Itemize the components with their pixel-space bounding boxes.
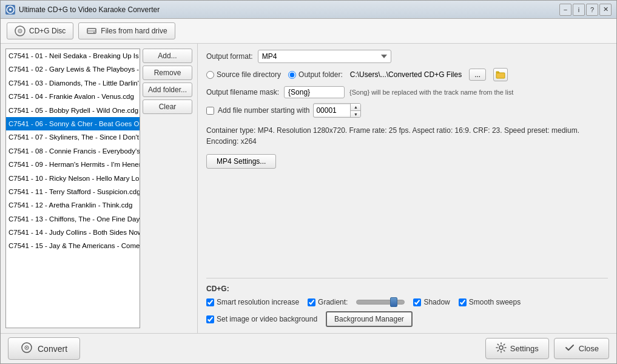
settings-button[interactable]: Settings <box>485 338 549 359</box>
source-dir-radio-group: Source file directory <box>206 70 281 79</box>
help-button[interactable]: ? <box>586 4 598 16</box>
close-window-button[interactable]: ✕ <box>599 4 612 16</box>
cdg-row-2: Set image or video background Background… <box>206 311 608 327</box>
files-hard-drive-label: Files from hard drive <box>101 27 167 35</box>
spin-up-button[interactable]: ▲ <box>351 104 360 110</box>
filename-mask-input[interactable] <box>284 86 345 98</box>
set-bg-label[interactable]: Set image or video background <box>206 315 317 323</box>
background-manager-button[interactable]: Background Manager <box>326 311 413 327</box>
file-list: C7541 - 01 - Neil Sedaka - Breaking Up I… <box>6 49 140 253</box>
bottom-bar: Convert Settings Close <box>1 333 616 363</box>
checkmark-icon <box>564 342 575 355</box>
cdg-section-label: CD+G: <box>206 285 608 293</box>
gradient-label[interactable]: Gradient: <box>308 298 348 306</box>
list-item[interactable]: C7541 - 10 - Ricky Nelson - Hello Mary L… <box>6 172 140 185</box>
gradient-slider[interactable] <box>356 300 405 305</box>
smooth-sweeps-label[interactable]: Smooth sweeps <box>459 298 521 306</box>
clear-button[interactable]: Clear <box>143 99 192 114</box>
svg-point-11 <box>26 347 27 348</box>
remove-button[interactable]: Remove <box>143 66 192 80</box>
list-item[interactable]: C7541 - 08 - Connie Francis - Everybody'… <box>6 144 140 158</box>
container-info: Container type: MP4. Resolution 1280x720… <box>206 125 608 147</box>
open-folder-button[interactable] <box>493 68 508 81</box>
files-hard-drive-button[interactable]: Files from hard drive <box>78 22 175 39</box>
spin-down-button[interactable]: ▼ <box>351 110 360 117</box>
svg-point-4 <box>19 30 21 32</box>
svg-point-12 <box>499 346 503 349</box>
list-item[interactable]: C7541 - 01 - Neil Sedaka - Breaking Up I… <box>6 49 140 62</box>
main-content: C7541 - 01 - Neil Sedaka - Breaking Up I… <box>1 44 616 333</box>
list-item[interactable]: C7541 - 05 - Bobby Rydell - Wild One.cdg <box>6 104 140 117</box>
cdg-options: Smart resolution increase Gradient: <box>206 298 608 327</box>
list-area: C7541 - 01 - Neil Sedaka - Breaking Up I… <box>5 49 192 328</box>
app-icon <box>5 5 15 15</box>
list-item[interactable]: C7541 - 09 - Herman's Hermits - I'm Hene… <box>6 158 140 171</box>
file-number-input[interactable] <box>314 105 350 116</box>
left-panel: C7541 - 01 - Neil Sedaka - Breaking Up I… <box>1 44 198 333</box>
convert-icon <box>21 342 33 356</box>
list-item[interactable]: C7541 - 14 - Judy Collins - Both Sides N… <box>6 226 140 239</box>
list-item[interactable]: C7541 - 04 - Frankie Avalon - Venus.cdg <box>6 90 140 103</box>
list-item[interactable]: C7541 - 06 - Sonny & Cher - Beat Goes On… <box>6 117 140 130</box>
filename-mask-row: Output filename mask: {Song} will be rep… <box>206 86 608 98</box>
add-file-number-checkbox[interactable] <box>206 107 214 115</box>
output-folder-radio-group: Output folder: <box>288 70 343 79</box>
list-item[interactable]: C7541 - 03 - Diamonds, The - Little Darl… <box>6 76 140 90</box>
add-folder-button[interactable]: Add folder... <box>143 83 192 97</box>
gradient-checkbox[interactable] <box>308 298 315 306</box>
add-button[interactable]: Add... <box>143 49 192 63</box>
browse-button[interactable]: ... <box>469 69 486 81</box>
settings-icon <box>496 342 507 355</box>
cdg-row-1: Smart resolution increase Gradient: <box>206 298 608 306</box>
source-dir-radio[interactable] <box>206 71 214 79</box>
main-window: Ultimate CD+G to Video Karaoke Converter… <box>0 0 617 364</box>
cdg-section: CD+G: Smart resolution increase Gradient… <box>206 278 608 327</box>
list-item[interactable]: C7541 - 02 - Gary Lewis & The Playboys -… <box>6 62 140 76</box>
svg-point-1 <box>9 8 12 11</box>
smooth-sweeps-checkbox[interactable] <box>459 298 467 306</box>
shadow-checkbox[interactable] <box>413 298 421 306</box>
bottom-right-buttons: Settings Close <box>485 338 609 359</box>
window-title: Ultimate CD+G to Video Karaoke Converter <box>19 5 559 14</box>
title-bar: Ultimate CD+G to Video Karaoke Converter… <box>1 1 616 19</box>
file-list-container[interactable]: C7541 - 01 - Neil Sedaka - Breaking Up I… <box>5 49 140 328</box>
folder-path-display: C:\Users\...\Converted CD+G Files <box>350 70 462 79</box>
window-controls: − i ? ✕ <box>559 4 612 16</box>
smart-resolution-checkbox[interactable] <box>206 298 214 306</box>
filename-mask-label: Output filename mask: <box>206 88 279 96</box>
toolbar: CD+G Disc Files from hard drive <box>1 19 616 44</box>
list-item[interactable]: C7541 - 15 - Jay & The Americans - Come … <box>6 239 140 252</box>
file-number-spinner: ▲ ▼ <box>313 103 361 118</box>
smart-resolution-label[interactable]: Smart resolution increase <box>206 298 299 306</box>
slider-thumb[interactable] <box>390 297 397 307</box>
minimize-button[interactable]: − <box>559 4 571 16</box>
output-folder-label[interactable]: Output folder: <box>298 70 343 79</box>
convert-button[interactable]: Convert <box>8 337 80 360</box>
list-item[interactable]: C7541 - 11 - Terry Stafford - Suspicion.… <box>6 185 140 198</box>
mp4-settings-button[interactable]: MP4 Settings... <box>206 154 276 169</box>
close-button[interactable]: Close <box>554 338 609 359</box>
list-item[interactable]: C7541 - 12 - Aretha Franklin - Think.cdg <box>6 198 140 212</box>
info-button[interactable]: i <box>573 4 585 16</box>
add-file-number-label[interactable]: Add file number starting with <box>218 106 309 115</box>
right-panel: Output format: MP4 AVI MKV Source file d… <box>198 44 616 333</box>
source-dir-label[interactable]: Source file directory <box>217 70 281 79</box>
set-bg-checkbox[interactable] <box>206 315 214 323</box>
disc-icon <box>15 25 25 36</box>
shadow-label[interactable]: Shadow <box>413 298 450 306</box>
cdg-disc-button[interactable]: CD+G Disc <box>7 22 73 39</box>
output-folder-radio[interactable] <box>288 71 296 79</box>
file-number-row: Add file number starting with ▲ ▼ <box>206 103 608 118</box>
svg-point-7 <box>93 32 95 33</box>
output-format-select[interactable]: MP4 AVI MKV <box>258 50 391 63</box>
cdg-disc-label: CD+G Disc <box>29 27 66 35</box>
output-format-row: Output format: MP4 AVI MKV <box>206 50 608 63</box>
list-item[interactable]: C7541 - 13 - Chiffons, The - One Fine Da… <box>6 212 140 226</box>
hard-drive-icon <box>86 25 97 36</box>
filename-mask-hint: {Song} will be replaced with the track n… <box>349 89 513 96</box>
list-item[interactable]: C7541 - 07 - Skyliners, The - Since I Do… <box>6 130 140 144</box>
output-format-label: Output format: <box>206 52 253 61</box>
svg-rect-8 <box>496 73 505 78</box>
slider-track <box>356 300 405 305</box>
action-buttons: Add... Remove Add folder... Clear <box>143 49 192 328</box>
